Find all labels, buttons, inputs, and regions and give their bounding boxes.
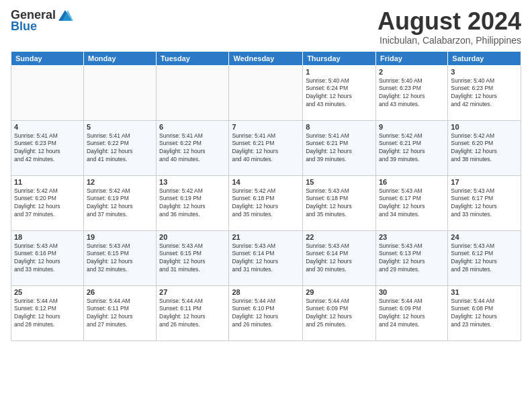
day-info: Sunrise: 5:44 AM Sunset: 6:08 PM Dayligh… [451,298,518,330]
calendar-cell: 13Sunrise: 5:42 AM Sunset: 6:19 PM Dayli… [157,175,229,230]
day-number: 30 [379,288,445,296]
col-header-monday: Monday [83,51,156,65]
calendar-cell: 14Sunrise: 5:42 AM Sunset: 6:18 PM Dayli… [229,175,303,230]
calendar-cell: 27Sunrise: 5:44 AM Sunset: 6:11 PM Dayli… [157,285,229,340]
col-header-tuesday: Tuesday [157,51,229,65]
day-info: Sunrise: 5:42 AM Sunset: 6:20 PM Dayligh… [451,132,518,165]
month-title: August 2024 [378,8,521,35]
logo-blue: Blue [11,19,37,34]
col-header-wednesday: Wednesday [229,51,303,65]
calendar-table: SundayMondayTuesdayWednesdayThursdayFrid… [11,51,521,341]
col-header-saturday: Saturday [448,51,521,65]
day-number: 8 [306,123,373,131]
calendar-cell: 2Sunrise: 5:40 AM Sunset: 6:23 PM Daylig… [375,65,447,120]
calendar-cell: 24Sunrise: 5:43 AM Sunset: 6:12 PM Dayli… [448,230,521,285]
calendar-cell: 30Sunrise: 5:44 AM Sunset: 6:09 PM Dayli… [375,285,447,340]
calendar-cell [83,65,156,120]
day-number: 9 [379,123,445,131]
calendar-cell: 7Sunrise: 5:41 AM Sunset: 6:21 PM Daylig… [229,120,303,175]
calendar-cell: 16Sunrise: 5:43 AM Sunset: 6:17 PM Dayli… [375,175,447,230]
day-number: 5 [87,123,153,131]
day-info: Sunrise: 5:41 AM Sunset: 6:21 PM Dayligh… [306,132,373,165]
day-number: 3 [451,68,518,76]
day-number: 15 [306,178,373,186]
day-info: Sunrise: 5:43 AM Sunset: 6:12 PM Dayligh… [451,242,518,275]
week-row-2: 4Sunrise: 5:41 AM Sunset: 6:23 PM Daylig… [11,120,521,175]
day-info: Sunrise: 5:43 AM Sunset: 6:13 PM Dayligh… [379,242,445,275]
day-info: Sunrise: 5:43 AM Sunset: 6:18 PM Dayligh… [306,187,373,220]
calendar-cell: 17Sunrise: 5:43 AM Sunset: 6:17 PM Dayli… [448,175,521,230]
day-info: Sunrise: 5:44 AM Sunset: 6:12 PM Dayligh… [14,298,81,330]
calendar-cell: 19Sunrise: 5:43 AM Sunset: 6:15 PM Dayli… [83,230,156,285]
day-number: 2 [379,68,445,76]
day-number: 12 [87,178,153,186]
day-info: Sunrise: 5:41 AM Sunset: 6:22 PM Dayligh… [159,132,226,165]
header-row: SundayMondayTuesdayWednesdayThursdayFrid… [11,51,521,65]
location: Inicbulan, Calabarzon, Philippines [378,35,521,46]
day-info: Sunrise: 5:40 AM Sunset: 6:23 PM Dayligh… [451,77,518,109]
week-row-1: 1Sunrise: 5:40 AM Sunset: 6:24 PM Daylig… [11,65,521,120]
col-header-sunday: Sunday [11,51,84,65]
day-number: 6 [159,123,226,131]
day-info: Sunrise: 5:40 AM Sunset: 6:24 PM Dayligh… [306,77,373,109]
calendar-cell: 26Sunrise: 5:44 AM Sunset: 6:11 PM Dayli… [83,285,156,340]
calendar-cell: 22Sunrise: 5:43 AM Sunset: 6:14 PM Dayli… [303,230,376,285]
calendar-cell: 20Sunrise: 5:43 AM Sunset: 6:15 PM Dayli… [157,230,229,285]
col-header-thursday: Thursday [303,51,376,65]
calendar-cell: 10Sunrise: 5:42 AM Sunset: 6:20 PM Dayli… [448,120,521,175]
header: General Blue August 2024 Inicbulan, Cala… [11,8,521,46]
calendar-cell: 12Sunrise: 5:42 AM Sunset: 6:19 PM Dayli… [83,175,156,230]
calendar-cell: 29Sunrise: 5:44 AM Sunset: 6:09 PM Dayli… [303,285,376,340]
day-info: Sunrise: 5:42 AM Sunset: 6:21 PM Dayligh… [379,132,445,165]
day-info: Sunrise: 5:44 AM Sunset: 6:09 PM Dayligh… [306,298,373,330]
day-number: 20 [159,233,226,241]
calendar-cell: 18Sunrise: 5:43 AM Sunset: 6:16 PM Dayli… [11,230,84,285]
day-number: 4 [14,123,81,131]
day-info: Sunrise: 5:42 AM Sunset: 6:19 PM Dayligh… [87,187,153,220]
day-info: Sunrise: 5:43 AM Sunset: 6:14 PM Dayligh… [232,242,300,275]
day-info: Sunrise: 5:44 AM Sunset: 6:11 PM Dayligh… [87,298,153,330]
col-header-friday: Friday [375,51,447,65]
page: General Blue August 2024 Inicbulan, Cala… [0,0,532,411]
calendar-cell: 25Sunrise: 5:44 AM Sunset: 6:12 PM Dayli… [11,285,84,340]
day-number: 24 [451,233,518,241]
day-info: Sunrise: 5:43 AM Sunset: 6:15 PM Dayligh… [87,242,153,275]
day-number: 17 [451,178,518,186]
day-number: 21 [232,233,300,241]
day-number: 10 [451,123,518,131]
day-number: 22 [306,233,373,241]
day-number: 19 [87,233,153,241]
calendar-cell: 21Sunrise: 5:43 AM Sunset: 6:14 PM Dayli… [229,230,303,285]
calendar-cell: 8Sunrise: 5:41 AM Sunset: 6:21 PM Daylig… [303,120,376,175]
calendar-cell: 1Sunrise: 5:40 AM Sunset: 6:24 PM Daylig… [303,65,376,120]
day-info: Sunrise: 5:40 AM Sunset: 6:23 PM Dayligh… [379,77,445,109]
day-number: 23 [379,233,445,241]
calendar-cell: 5Sunrise: 5:41 AM Sunset: 6:22 PM Daylig… [83,120,156,175]
day-info: Sunrise: 5:42 AM Sunset: 6:19 PM Dayligh… [159,187,226,220]
title-section: August 2024 Inicbulan, Calabarzon, Phili… [378,8,521,46]
calendar-cell: 28Sunrise: 5:44 AM Sunset: 6:10 PM Dayli… [229,285,303,340]
calendar-cell: 31Sunrise: 5:44 AM Sunset: 6:08 PM Dayli… [448,285,521,340]
day-number: 18 [14,233,81,241]
day-info: Sunrise: 5:43 AM Sunset: 6:17 PM Dayligh… [379,187,445,220]
calendar-cell [229,65,303,120]
day-number: 26 [87,288,153,296]
calendar-cell [11,65,84,120]
day-info: Sunrise: 5:41 AM Sunset: 6:21 PM Dayligh… [232,132,300,165]
day-info: Sunrise: 5:41 AM Sunset: 6:22 PM Dayligh… [87,132,153,165]
day-info: Sunrise: 5:42 AM Sunset: 6:20 PM Dayligh… [14,187,81,220]
day-number: 16 [379,178,445,186]
day-number: 7 [232,123,300,131]
day-info: Sunrise: 5:44 AM Sunset: 6:09 PM Dayligh… [379,298,445,330]
day-number: 13 [159,178,226,186]
calendar-cell: 6Sunrise: 5:41 AM Sunset: 6:22 PM Daylig… [157,120,229,175]
day-info: Sunrise: 5:43 AM Sunset: 6:14 PM Dayligh… [306,242,373,275]
week-row-3: 11Sunrise: 5:42 AM Sunset: 6:20 PM Dayli… [11,175,521,230]
day-info: Sunrise: 5:43 AM Sunset: 6:16 PM Dayligh… [14,242,81,275]
calendar-cell: 15Sunrise: 5:43 AM Sunset: 6:18 PM Dayli… [303,175,376,230]
calendar-cell: 4Sunrise: 5:41 AM Sunset: 6:23 PM Daylig… [11,120,84,175]
day-info: Sunrise: 5:43 AM Sunset: 6:15 PM Dayligh… [159,242,226,275]
week-row-4: 18Sunrise: 5:43 AM Sunset: 6:16 PM Dayli… [11,230,521,285]
day-info: Sunrise: 5:42 AM Sunset: 6:18 PM Dayligh… [232,187,300,220]
day-number: 31 [451,288,518,296]
